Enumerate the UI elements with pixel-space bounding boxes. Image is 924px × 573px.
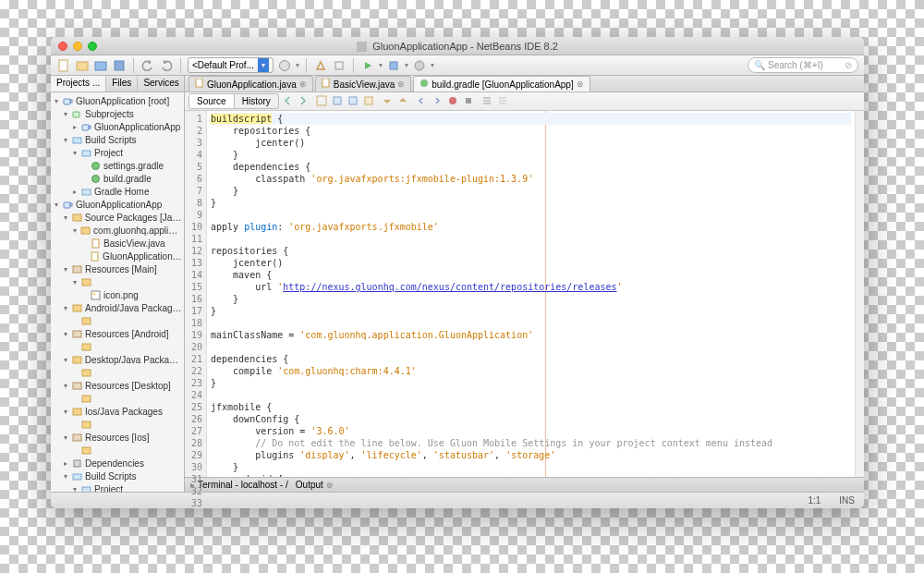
line-number[interactable]: 27 — [185, 425, 202, 437]
tree-item[interactable]: ▾Subprojects — [51, 107, 184, 120]
nav-back-icon[interactable] — [282, 95, 295, 108]
code-line[interactable]: mainClassName = 'com.gluonhq.application… — [211, 329, 851, 341]
tree-twisty-icon[interactable]: ▾ — [62, 213, 69, 222]
find-selection-icon[interactable] — [316, 95, 329, 108]
code-line[interactable] — [211, 317, 851, 329]
redo-icon[interactable] — [159, 58, 174, 73]
clear-search-icon[interactable]: ⊘ — [845, 60, 852, 70]
line-number[interactable]: 32 — [185, 485, 202, 497]
tree-item[interactable]: ▾ — [51, 275, 184, 288]
line-number[interactable]: 17 — [185, 305, 202, 317]
code-line[interactable]: compile 'com.gluonhq:charm:4.4.1' — [211, 365, 851, 377]
new-project-icon[interactable] — [75, 58, 90, 73]
line-number[interactable]: 9 — [185, 209, 202, 221]
tree-item[interactable]: ▸GluonApplicationApp — [51, 120, 184, 133]
line-number[interactable]: 10 — [185, 221, 202, 233]
code-line[interactable]: classpath 'org.javafxports:jfxmobile-plu… — [211, 173, 851, 185]
run-icon[interactable] — [360, 58, 375, 73]
code-line[interactable]: android { — [211, 473, 851, 477]
tree-twisty-icon[interactable]: ▸ — [71, 188, 79, 196]
tree-item[interactable]: ▾Project — [51, 482, 184, 492]
line-number-gutter[interactable]: 1234567891011121314151617181920212223242… — [185, 111, 207, 477]
line-number[interactable]: 23 — [185, 377, 202, 389]
tree-twisty-icon[interactable]: ▾ — [53, 97, 60, 105]
tree-item[interactable]: ▾Android/Java Packages — [51, 301, 184, 314]
tree-item[interactable]: build.gradle — [51, 172, 184, 185]
build-icon[interactable] — [313, 58, 328, 73]
code-area[interactable]: buildscript { repositories { jcenter() }… — [207, 111, 855, 477]
close-icon[interactable]: ⊗ — [299, 79, 307, 89]
line-number[interactable]: 8 — [185, 197, 202, 209]
line-number[interactable]: 12 — [185, 245, 202, 257]
sidebar-tab-services[interactable]: Services — [138, 76, 185, 91]
line-number[interactable]: 24 — [185, 389, 202, 401]
tree-item[interactable]: ▾Resources [Desktop] — [51, 379, 184, 392]
sidebar-tab-files[interactable]: Files — [106, 76, 138, 91]
tree-item[interactable]: ▾Resources [Main] — [51, 262, 184, 275]
line-number[interactable]: 18 — [185, 317, 202, 329]
line-number[interactable]: 28 — [185, 437, 202, 449]
line-number[interactable]: 30 — [185, 461, 202, 473]
line-number[interactable]: 5 — [185, 161, 202, 173]
tree-twisty-icon[interactable]: ▾ — [71, 226, 78, 235]
code-editor[interactable]: 1234567891011121314151617181920212223242… — [185, 111, 864, 477]
close-icon[interactable]: ⊗ — [397, 79, 405, 89]
tree-item[interactable] — [51, 418, 184, 431]
close-icon[interactable]: ⊗ — [326, 481, 334, 490]
tree-twisty-icon[interactable]: ▾ — [62, 408, 69, 416]
code-line[interactable]: } — [211, 185, 851, 197]
tab-output[interactable]: Output ⊗ — [296, 480, 334, 490]
line-number[interactable]: 26 — [185, 413, 202, 425]
line-number[interactable]: 1 — [185, 113, 202, 125]
tree-item[interactable]: ▾Project — [51, 146, 184, 159]
close-icon[interactable]: ⊗ — [577, 79, 584, 89]
code-line[interactable]: dependencies { — [211, 161, 851, 173]
tree-item[interactable]: BasicView.java — [51, 237, 184, 250]
profile-icon[interactable] — [412, 58, 427, 73]
tab-terminal[interactable]: ▸ Terminal - localhost - / — [190, 480, 288, 490]
tree-twisty-icon[interactable]: ▾ — [62, 304, 69, 312]
line-number[interactable]: 4 — [185, 149, 202, 161]
code-line[interactable]: jcenter() — [211, 257, 851, 269]
tab-history[interactable]: History — [235, 93, 279, 109]
nav-fwd-icon[interactable] — [298, 95, 310, 108]
tree-item[interactable]: ▾Source Packages [Java] — [51, 211, 184, 224]
tree-item[interactable]: ▾GluonApplication [root] — [51, 94, 184, 107]
comment-icon[interactable] — [481, 95, 494, 108]
tree-twisty-icon[interactable]: ▾ — [62, 433, 69, 442]
line-number[interactable]: 25 — [185, 401, 202, 413]
code-line[interactable] — [211, 209, 851, 221]
open-project-icon[interactable] — [93, 58, 108, 73]
code-line[interactable]: } — [211, 461, 851, 473]
code-line[interactable]: buildscript { — [211, 113, 851, 125]
file-tab[interactable]: GluonApplication.java⊗ — [188, 76, 313, 91]
code-line[interactable]: } — [211, 305, 851, 317]
macro-record-icon[interactable] — [447, 95, 460, 108]
next-bookmark-icon[interactable] — [347, 95, 360, 108]
code-line[interactable]: url 'http://nexus.gluonhq.com/nexus/cont… — [211, 281, 851, 293]
tree-twisty-icon[interactable]: ▾ — [62, 382, 69, 390]
new-file-icon[interactable] — [56, 58, 71, 73]
next-error-icon[interactable] — [397, 95, 410, 108]
dropdown-icon[interactable]: ▾ — [379, 61, 383, 69]
code-line[interactable]: repositories { — [211, 245, 851, 257]
tree-item[interactable]: ▸Gradle Home — [51, 185, 184, 198]
project-tree[interactable]: ▾GluonApplication [root]▾Subprojects▸Glu… — [51, 92, 184, 492]
tree-item[interactable] — [51, 366, 184, 379]
tree-item[interactable]: ▾Build Scripts — [51, 469, 184, 482]
tree-item[interactable]: ▾Desktop/Java Packages — [51, 353, 184, 366]
tree-item[interactable] — [51, 314, 184, 327]
tree-item[interactable]: ▾GluonApplicationApp — [51, 198, 184, 211]
tree-item[interactable]: ▾Resources [Android] — [51, 327, 184, 340]
tree-item[interactable]: ▾Resources [Ios] — [51, 431, 184, 444]
tree-item[interactable] — [51, 444, 184, 457]
line-number[interactable]: 14 — [185, 269, 202, 281]
tree-twisty-icon[interactable]: ▾ — [53, 201, 60, 209]
error-stripe[interactable] — [855, 111, 864, 477]
code-line[interactable] — [211, 233, 851, 245]
line-number[interactable]: 6 — [185, 173, 202, 185]
globe-icon[interactable] — [277, 58, 292, 73]
line-number[interactable]: 11 — [185, 233, 202, 245]
tree-twisty-icon[interactable]: ▾ — [62, 110, 69, 118]
tree-twisty-icon[interactable]: ▾ — [71, 485, 79, 493]
